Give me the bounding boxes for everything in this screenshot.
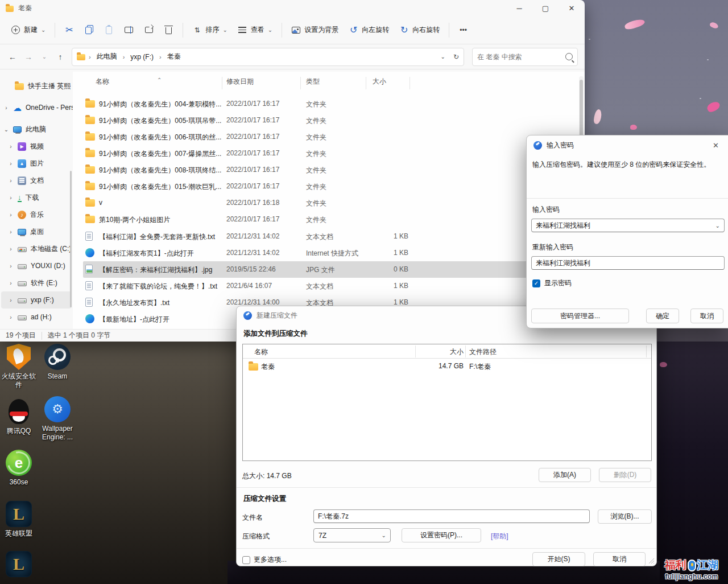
desktop-icon-wallpaper-engine[interactable]: ⚙ Wallpaper Engine: ... [39, 396, 76, 442]
desktop-icon-lol-2[interactable]: L [0, 551, 38, 577]
paste-button[interactable] [99, 20, 119, 40]
chevron-right-icon: › [89, 54, 91, 60]
sort-button[interactable]: ⇅ 排序 ⌄ [187, 20, 232, 40]
maximize-button[interactable]: ▢ [532, 0, 559, 16]
delete-button[interactable]: 删除(D) [599, 468, 651, 482]
reenter-combobox[interactable] [531, 256, 725, 270]
help-link[interactable]: [帮助] [491, 532, 508, 541]
more-options-checkbox[interactable]: 更多选项... [242, 555, 287, 565]
column-name[interactable]: 名称 [254, 347, 268, 357]
format-select[interactable]: 7Z ⌄ [313, 528, 391, 542]
start-button[interactable]: 开始(S) [532, 552, 585, 566]
sidebar-item-pinned-folder[interactable]: 快手主播 英熙 [1, 77, 72, 94]
breadcrumb[interactable]: › 此电脑 › yxp (F:) › 老秦 ⌄ ↻ [72, 48, 464, 66]
more-options-button[interactable]: ••• [453, 20, 473, 40]
file-row[interactable]: 91小鲜肉（改名秦先生）007-爆操黑丝...2022/10/17 16:17文… [73, 145, 577, 162]
password-manager-button[interactable]: 密码管理器... [531, 309, 629, 323]
column-size[interactable]: 大小 [374, 347, 464, 357]
file-row[interactable]: 【来了就能下载的论坛，纯免费！】.txt2021/6/4 16:07文本文档1 … [73, 278, 577, 294]
sidebar-item-desktop[interactable]: › 桌面 [1, 223, 72, 240]
sidebar-item-drive-h[interactable]: › ad (H:) [1, 309, 72, 326]
column-size[interactable]: 大小 [373, 77, 386, 87]
sidebar-item-documents[interactable]: › 文档 [1, 172, 72, 189]
sidebar-item-drive-d[interactable]: › YOUXI (D:) [1, 257, 72, 274]
ok-button[interactable]: 确定 [646, 309, 679, 323]
file-row[interactable]: 91小鲜肉（改名秦先生）006-琪琪的丝...2022/10/17 16:17文… [73, 129, 577, 145]
total-size-label: 总大小: 14.7 GB [242, 471, 292, 481]
file-row-selected[interactable]: 【解压密码：来福利江湖找福利】.jpg2019/5/15 22:46JPG 文件… [83, 261, 577, 278]
password-input[interactable] [531, 219, 725, 232]
copy-button[interactable] [79, 20, 99, 40]
sidebar-scrollbar[interactable] [70, 171, 72, 307]
filename-label: 文件名 [242, 513, 263, 523]
chevron-right-icon: › [8, 195, 14, 201]
navigation-pane: 快手主播 英熙 › ☁ OneDrive - Pers ⌄ 此电脑 › ▶ 视频… [0, 72, 73, 329]
file-row[interactable]: 【福利江湖】全免费-无套路-更新快.txt2021/12/31 14:02文本文… [73, 228, 577, 245]
file-row[interactable]: 【福利江湖发布页1】-点此打开2021/12/31 14:02Internet … [73, 245, 577, 261]
cancel-button[interactable]: 取消 [593, 552, 646, 566]
cancel-button[interactable]: 取消 [690, 309, 723, 323]
column-type[interactable]: 类型 [306, 77, 320, 87]
desktop-icon-360se[interactable]: e 360se [0, 450, 38, 487]
show-password-checkbox[interactable]: ✓ 显示密码 [532, 278, 572, 288]
sidebar-item-this-pc[interactable]: ⌄ 此电脑 [1, 121, 72, 138]
add-button[interactable]: 添加(A) [539, 468, 591, 482]
file-row[interactable]: 91小鲜肉（改名秦先生）004-兼职模特...2022/10/17 16:17文… [73, 96, 577, 112]
sidebar-item-drive-e[interactable]: › 软件 (E:) [1, 274, 72, 291]
breadcrumb-this-pc[interactable]: 此电脑 [94, 51, 119, 63]
minimize-button[interactable]: ─ [506, 0, 532, 16]
search-box[interactable] [472, 48, 578, 66]
address-dropdown-icon[interactable]: ⌄ [441, 54, 445, 60]
forward-button[interactable]: → [20, 49, 36, 65]
sidebar-item-pictures[interactable]: › ▲ 图片 [1, 155, 72, 172]
file-row[interactable]: 第10期-两个小姐姐图片2022/10/17 16:17文件夹 [73, 211, 577, 228]
rename-button[interactable] [119, 20, 139, 40]
file-row[interactable]: 91小鲜肉（改名秦先生）015-潮吹巨乳...2022/10/17 16:17文… [73, 178, 577, 195]
file-row[interactable]: 91小鲜肉（改名秦先生）005-琪琪吊带...2022/10/17 16:17文… [73, 112, 577, 129]
column-name[interactable]: 名称 [96, 77, 109, 87]
reenter-password-input[interactable] [531, 256, 725, 270]
breadcrumb-folder[interactable]: 老秦 [165, 51, 183, 63]
rotate-left-button[interactable]: ↺ 向左旋转 [344, 20, 394, 40]
folder-icon [15, 83, 24, 90]
cut-button[interactable]: ✂ [59, 20, 79, 40]
view-button[interactable]: 查看 ⌄ [233, 20, 278, 40]
divider [55, 23, 55, 38]
share-button[interactable] [139, 20, 159, 40]
set-password-button[interactable]: 设置密码(P)... [402, 528, 481, 542]
close-icon[interactable]: ✕ [708, 140, 723, 151]
share-icon [144, 25, 154, 35]
sidebar-item-onedrive[interactable]: › ☁ OneDrive - Pers [1, 99, 72, 116]
sidebar-item-drive-c[interactable]: › 本地磁盘 (C:) [1, 240, 72, 257]
desktop-icon-qq[interactable]: 腾讯QQ [0, 398, 38, 435]
browse-button[interactable]: 浏览(B)... [598, 509, 652, 524]
filename-input[interactable] [313, 509, 590, 523]
new-button[interactable]: 新建 ⌄ [6, 20, 51, 40]
sidebar-item-drive-f[interactable]: › yxp (F:) [1, 291, 72, 309]
checkbox-unchecked-icon [242, 556, 250, 564]
sidebar-item-music[interactable]: › ♪ 音乐 [1, 206, 72, 223]
set-background-button[interactable]: 设置为背景 [286, 20, 344, 40]
rotate-right-button[interactable]: ↻ 向右旋转 [394, 20, 445, 40]
file-row[interactable]: 91小鲜肉（改名秦先生）008-琪琪终结...2022/10/17 16:17文… [73, 162, 577, 178]
desktop-icon-lol[interactable]: L 英雄联盟 [0, 501, 38, 538]
column-date[interactable]: 修改日期 [226, 77, 254, 87]
resize-grip[interactable] [648, 558, 654, 564]
history-chevron-button[interactable]: ⌄ [36, 49, 52, 65]
desktop-icon-steam[interactable]: Steam [39, 344, 76, 381]
chevron-down-icon: ⌄ [268, 27, 272, 33]
desktop-icon-huorong[interactable]: 火绒安全软件 [0, 344, 38, 389]
refresh-icon[interactable]: ↻ [453, 53, 459, 61]
delete-button[interactable] [159, 20, 179, 40]
close-button[interactable]: ✕ [559, 0, 585, 16]
sidebar-item-videos[interactable]: › ▶ 视频 [1, 138, 72, 155]
password-combobox[interactable]: ⌄ [531, 219, 725, 232]
breadcrumb-drive[interactable]: yxp (F:) [128, 52, 156, 62]
column-path[interactable]: 文件路径 [469, 347, 497, 357]
up-button[interactable]: ↑ [52, 49, 68, 65]
search-input[interactable] [477, 53, 557, 61]
back-button[interactable]: ← [5, 49, 20, 65]
file-row[interactable]: v2022/10/17 16:18文件夹 [73, 195, 577, 211]
table-row[interactable]: 老秦 14.7 GB F:\老秦 [243, 359, 651, 373]
sidebar-item-downloads[interactable]: › ↓ 下载 [1, 189, 72, 206]
